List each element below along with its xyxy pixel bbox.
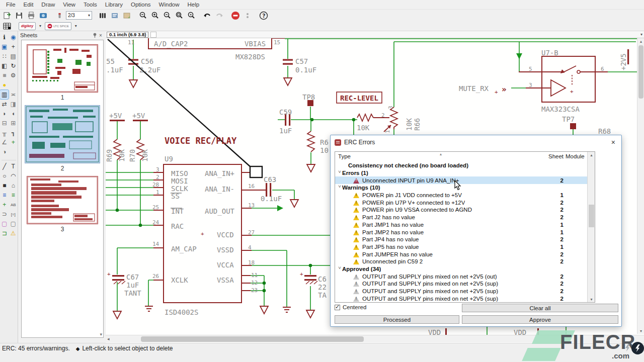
erc-row-plain[interactable]: Consistency not checked (no board loaded…	[335, 162, 588, 169]
export-image-button[interactable]	[38, 11, 49, 21]
scroll-up-icon[interactable]: ▴	[588, 152, 595, 158]
save-button[interactable]	[14, 11, 25, 21]
zoom-limits-button[interactable]	[137, 11, 148, 21]
delete-tool[interactable]: ▥	[0, 90, 9, 99]
layer-settings-button[interactable]	[97, 11, 108, 21]
text-tool[interactable]: T	[9, 162, 18, 171]
sheet-thumbnail-3[interactable]	[27, 176, 98, 224]
device-tool[interactable]: ▢	[9, 219, 18, 228]
rotate-tool[interactable]: ↻	[9, 61, 18, 70]
close-icon[interactable]: ×	[609, 138, 617, 146]
pinswap-tool[interactable]: ◗	[0, 109, 9, 118]
menu-item-help[interactable]: Help	[183, 1, 203, 8]
replace-tool[interactable]: ⇄	[0, 100, 9, 109]
sheet-thumbnail-1[interactable]	[27, 44, 98, 93]
stop-button[interactable]	[230, 11, 241, 21]
help-button[interactable]: ?	[258, 11, 269, 21]
sheet-view-button[interactable]	[109, 11, 120, 21]
sheets-scroll-down-icon[interactable]: ▾	[100, 332, 102, 337]
erc-row-warning[interactable]: !POWER pin U7P V+ connected to +12V2	[335, 199, 588, 206]
erc-scroll-thumb[interactable]	[589, 205, 594, 227]
erc-list[interactable]: Type ▴ Sheet Module Consistency not chec…	[335, 151, 595, 303]
erc-row-warning[interactable]: !Part JMP1 has no value1	[335, 221, 588, 229]
erc-row-warning[interactable]: !Part JP4 has no value2	[335, 236, 588, 243]
menu-item-draw[interactable]: Draw	[37, 1, 59, 8]
menu-item-library[interactable]: Library	[101, 1, 127, 8]
smd-tool[interactable]: ⊟	[0, 119, 9, 128]
erc-row-approved[interactable]: !OUTPUT and SUPPLY pins mixed on net +2V…	[335, 288, 588, 295]
miter-tool[interactable]: ∠	[0, 138, 9, 147]
erc-row-warning[interactable]: !Part JP5 has no value1	[335, 243, 588, 251]
part-tool[interactable]: ▢	[0, 219, 9, 228]
erc-row-group[interactable]: >Errors (1)	[335, 169, 588, 177]
spacer-b[interactable]	[9, 147, 18, 156]
wire-tool[interactable]: ╱	[0, 162, 9, 171]
processed-button[interactable]: Processed	[335, 315, 459, 324]
erc-warning-tool[interactable]: ⚠	[9, 229, 18, 238]
menu-item-window[interactable]: Window	[155, 1, 184, 8]
clear-all-button[interactable]: Clear all	[462, 304, 618, 312]
erc-row-warning[interactable]: !POWER pin U9 VSSA connected to AGND2	[335, 206, 588, 214]
erc-row-warning[interactable]: !POWER pin J1 VDD connected to +5V1	[335, 192, 588, 199]
erc-list-scrollbar[interactable]: ▴ ▾	[587, 152, 595, 302]
sheet-thumbnail-2[interactable]	[25, 105, 100, 163]
pin-panel-button[interactable]	[92, 32, 98, 38]
scroll-down-icon[interactable]: ▾	[637, 328, 644, 334]
print-button[interactable]	[26, 11, 37, 21]
canvas-vertical-scrollbar[interactable]: ▴ ▾	[637, 38, 644, 334]
menu-item-edit[interactable]: Edit	[20, 1, 38, 8]
scroll-left-icon[interactable]: ◂	[107, 336, 110, 341]
zoom-in-button[interactable]	[149, 11, 160, 21]
polygon-tool[interactable]: ⌂	[9, 181, 18, 190]
mirror-tool[interactable]: ◧	[0, 61, 9, 70]
show-tool[interactable]: ∷	[0, 52, 9, 61]
label-tool[interactable]: AB	[9, 200, 18, 209]
menu-item-options[interactable]: Options	[127, 1, 155, 8]
scroll-up-icon[interactable]: ▴	[637, 38, 644, 44]
erc-row-warning[interactable]: !Part JMP2 has no value1	[335, 228, 588, 236]
highlight-tool[interactable]: ●	[0, 80, 9, 89]
add-part-tool[interactable]: ≍	[9, 90, 18, 99]
open-project-button[interactable]	[2, 11, 13, 21]
net-tool[interactable]: ≡	[9, 191, 18, 200]
erc-row-approved[interactable]: !OUTPUT and SUPPLY pins mixed on net +2V…	[335, 280, 588, 288]
polarity-tool[interactable]: ◑	[0, 147, 9, 156]
zoom-select-button[interactable]	[186, 11, 197, 21]
gateswap-tool[interactable]: ◨	[9, 100, 18, 109]
digikey-library-button[interactable]: digikey	[19, 22, 36, 30]
approve-button[interactable]: Approve	[462, 315, 618, 324]
erc-row-warning[interactable]: !Part JUMPER has no value2	[335, 250, 588, 258]
erc-row-warning[interactable]: !Part J2 has no value2	[335, 214, 588, 221]
bus-tool[interactable]: ≡	[0, 191, 9, 200]
change-tool[interactable]: ⚙	[9, 71, 18, 80]
display-tool[interactable]: ▣	[0, 42, 9, 51]
junction-tool[interactable]: +	[0, 200, 9, 209]
vertical-scroll-thumb[interactable]	[638, 45, 643, 99]
erc-row-warning[interactable]: !Unconnected pin C59 22	[335, 258, 588, 265]
ltspice-dropdown[interactable]: ▾	[73, 22, 79, 30]
column-module[interactable]: Module	[566, 153, 585, 159]
erc-row-group[interactable]: >Approved (34)	[335, 265, 588, 273]
info-tool[interactable]: ℹ	[0, 33, 9, 42]
menu-item-file[interactable]: File	[2, 1, 20, 8]
scroll-down-icon[interactable]: ▾	[588, 296, 595, 302]
ltspice-library-button[interactable]: LTC SPICE	[45, 22, 71, 30]
erc-row-approved[interactable]: !OUTPUT and SUPPLY pins mixed on net +2V…	[335, 273, 588, 280]
frame-tool[interactable]: [=]	[9, 210, 18, 219]
menu-item-tools[interactable]: Tools	[79, 1, 101, 8]
undo-button[interactable]	[202, 11, 213, 21]
eye-tool[interactable]: ◉	[9, 33, 18, 42]
arc-tool[interactable]: ◠	[9, 171, 18, 180]
zoom-redraw-button[interactable]	[174, 11, 185, 21]
digikey-dropdown[interactable]: ▾	[37, 22, 43, 30]
group-tool[interactable]: ■	[0, 71, 9, 80]
erc-dialog-titlebar[interactable]: ERC Errors ×	[331, 135, 621, 149]
gate-tool[interactable]: ⊃	[0, 210, 9, 219]
grid-button[interactable]	[2, 21, 13, 31]
menu-item-view[interactable]: View	[59, 1, 79, 8]
canvas-horizontal-scrollbar[interactable]: ◂	[106, 335, 644, 342]
erc-row-approved[interactable]: !OUTPUT and SUPPLY pins mixed on net +2V…	[335, 295, 588, 302]
pin-tool[interactable]: ╥	[0, 128, 9, 137]
redo-button[interactable]	[214, 11, 225, 21]
copy-tool[interactable]: ▤	[9, 52, 18, 61]
